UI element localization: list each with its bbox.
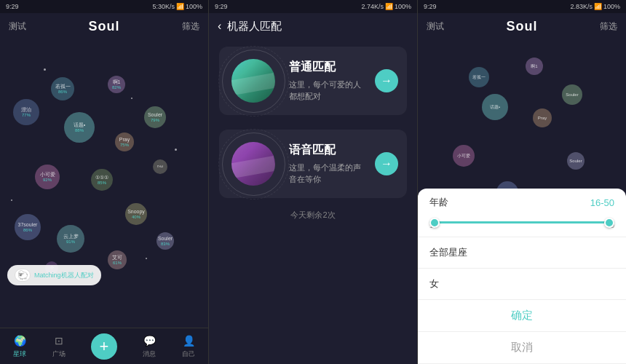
status-time-1: 9:29 bbox=[6, 3, 19, 10]
user-bubble[interactable]: Pray 75% bbox=[115, 132, 134, 151]
matching-bubble[interactable]: 🐑 Matching机器人配对 bbox=[7, 265, 101, 285]
voice-match-title: 语音匹配 bbox=[289, 143, 365, 158]
bubble-pct: 91% bbox=[66, 240, 75, 244]
bubble-pct: 86% bbox=[58, 90, 67, 94]
bubble-pct: 82% bbox=[112, 85, 121, 90]
normal-match-desc: 这里，每个可爱的人 都想配对 bbox=[289, 79, 365, 103]
bubble-pct: 75% bbox=[120, 143, 129, 147]
normal-match-card[interactable]: 普通匹配 这里，每个可爱的人 都想配对 → bbox=[219, 47, 407, 115]
nav-planet-label: 星球 bbox=[13, 349, 26, 359]
filter-btn-3[interactable]: 筛选 bbox=[600, 20, 617, 33]
voice-match-card[interactable]: 语音匹配 这里，每个温柔的声 音在等你 → bbox=[219, 130, 407, 198]
bubble-label: 话题• bbox=[74, 122, 85, 128]
user-bubble[interactable]: n·ω bbox=[153, 159, 167, 174]
user-bubble-3: Souler bbox=[562, 84, 582, 105]
bubble-label: 37souler bbox=[18, 222, 38, 228]
bubble-pct: 77% bbox=[22, 113, 31, 117]
add-button[interactable]: + bbox=[91, 333, 117, 360]
bubble-label: ①①① bbox=[95, 175, 108, 181]
square-icon: ⊡ bbox=[52, 333, 66, 348]
status-right-2: 2.74K/s 📶 100% bbox=[361, 3, 411, 10]
nav-messages[interactable]: 💬 消息 bbox=[142, 333, 156, 359]
user-bubble[interactable]: Snoopy 40% bbox=[125, 203, 147, 225]
panel-soul-universe: 9:29 5:30K/s 📶 100% 测试 Soul 筛选 若孤一 86% 漂… bbox=[0, 0, 209, 364]
user-bubble[interactable]: 37souler 86% bbox=[15, 214, 41, 240]
normal-match-go-button[interactable]: → bbox=[375, 69, 398, 92]
user-bubble[interactable]: Souler 83% bbox=[156, 232, 174, 250]
user-bubble[interactable]: 若孤一 86% bbox=[51, 77, 74, 100]
voice-match-info: 语音匹配 这里，每个温柔的声 音在等你 bbox=[289, 143, 365, 186]
test-btn-1[interactable]: 测试 bbox=[9, 20, 26, 33]
user-bubble[interactable]: 话题• 88% bbox=[64, 112, 95, 143]
nav-messages-label: 消息 bbox=[143, 349, 156, 359]
slider-thumb-left[interactable] bbox=[429, 218, 440, 228]
nav-planet[interactable]: 🌍 星球 bbox=[12, 333, 27, 359]
constellation-filter-row[interactable]: 全部星座 bbox=[418, 237, 626, 269]
slider-thumb-right[interactable] bbox=[604, 218, 614, 228]
status-battery-1: 100% bbox=[186, 3, 202, 10]
user-bubble-3: 啊1 bbox=[526, 58, 543, 75]
normal-match-info: 普通匹配 这里，每个可爱的人 都想配对 bbox=[289, 60, 365, 103]
user-bubble-3: Souler bbox=[567, 152, 585, 170]
star-dot bbox=[11, 199, 12, 201]
test-btn-3[interactable]: 测试 bbox=[427, 20, 444, 33]
planet-sphere-purple bbox=[228, 138, 279, 189]
panel2-title: 机器人匹配 bbox=[227, 20, 282, 33]
user-bubble-3: 若孤一 bbox=[469, 67, 489, 87]
user-bubble[interactable]: Souler 79% bbox=[144, 106, 166, 128]
nav-square-label: 广场 bbox=[52, 349, 66, 359]
bubble-label: 漂泊 bbox=[21, 107, 31, 113]
planet-sphere-green bbox=[228, 55, 279, 106]
status-right-1: 5:30K/s 📶 100% bbox=[152, 3, 202, 10]
nav-square[interactable]: ⊡ 广场 bbox=[52, 333, 66, 359]
status-bar-1: 9:29 5:30K/s 📶 100% bbox=[0, 0, 208, 13]
bubble-label: Souler bbox=[158, 236, 173, 242]
age-slider[interactable] bbox=[429, 212, 614, 222]
age-filter-label: 年龄 bbox=[429, 196, 448, 209]
constellation-label: 全部星座 bbox=[429, 246, 467, 259]
status-signal-3: 📶 bbox=[594, 3, 602, 10]
normal-match-title: 普通匹配 bbox=[289, 60, 365, 75]
status-signal-1: 📶 bbox=[176, 3, 184, 10]
panel-soul-filter: 9:29 2.83K/s 📶 100% 测试 Soul 筛选 若孤一 啊1 话题… bbox=[418, 0, 626, 364]
voice-match-go-button[interactable]: → bbox=[375, 152, 398, 175]
app-title-1: Soul bbox=[89, 19, 120, 34]
user-bubble[interactable]: 云上梦 91% bbox=[57, 225, 84, 253]
nav-profile[interactable]: 👤 自己 bbox=[181, 333, 196, 359]
cancel-filter-button[interactable]: 取消 bbox=[418, 332, 626, 364]
universe-area: 若孤一 86% 漂泊 77% 啊1 82% 话题• 88% Pray 75% S… bbox=[0, 39, 208, 328]
messages-icon: 💬 bbox=[142, 333, 156, 348]
planet-stripe bbox=[231, 73, 275, 95]
star-dot bbox=[131, 98, 132, 99]
slider-track bbox=[429, 221, 614, 223]
star-dot bbox=[175, 149, 177, 151]
bubble-pct: 40% bbox=[132, 215, 140, 219]
confirm-filter-button[interactable]: 确定 bbox=[418, 300, 626, 332]
header-3: 测试 Soul 筛选 bbox=[418, 13, 626, 39]
bubble-pct: 85% bbox=[98, 181, 106, 185]
bubble-label: 艾可 bbox=[112, 255, 122, 261]
user-bubble[interactable]: 艾可 61% bbox=[108, 250, 127, 269]
profile-icon: 👤 bbox=[181, 333, 196, 348]
status-speed-1: 5:30K/s bbox=[152, 3, 175, 10]
bottom-nav-1: 🌍 星球 ⊡ 广场 + 💬 消息 👤 自己 bbox=[0, 328, 208, 364]
user-bubble[interactable]: ①①① 85% bbox=[91, 169, 113, 191]
bubble-pct: 88% bbox=[75, 128, 84, 132]
bubble-label: n·ω bbox=[157, 165, 163, 169]
user-bubble[interactable]: 漂泊 77% bbox=[13, 99, 39, 125]
status-speed-3: 2.83K/s bbox=[570, 3, 593, 10]
filter-btn-1[interactable]: 筛选 bbox=[182, 20, 199, 33]
status-bar-2: 9:29 2.74K/s 📶 100% bbox=[209, 0, 417, 13]
gender-filter-row[interactable]: 女 bbox=[418, 269, 626, 300]
status-battery-2: 100% bbox=[395, 3, 411, 10]
user-bubble[interactable]: 小可爱 92% bbox=[35, 165, 60, 189]
bubble-pct: 79% bbox=[151, 118, 159, 122]
panel-matching: 9:29 2.74K/s 📶 100% ‹ 机器人匹配 普通匹配 这里，每个可爱… bbox=[209, 0, 418, 364]
status-right-3: 2.83K/s 📶 100% bbox=[570, 3, 620, 10]
star-dot bbox=[146, 258, 147, 259]
age-filter-row: 年龄 16-50 16 50 bbox=[418, 189, 626, 237]
back-button[interactable]: ‹ bbox=[218, 20, 221, 33]
user-bubble[interactable]: 啊1 82% bbox=[108, 76, 125, 93]
bubble-label: 云上梦 bbox=[63, 234, 79, 240]
sheep-icon: 🐑 bbox=[15, 269, 31, 282]
